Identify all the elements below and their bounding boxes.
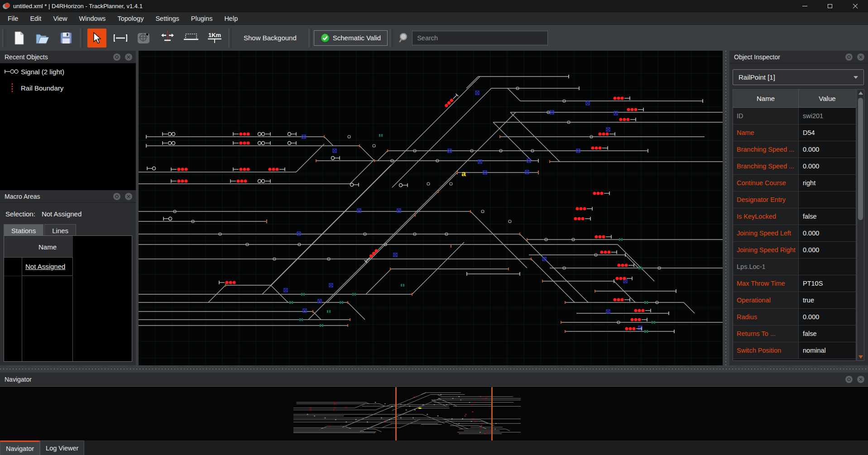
scrollbar-thumb[interactable] bbox=[858, 98, 863, 220]
show-background-button[interactable]: Show Backgound bbox=[234, 34, 307, 42]
property-value[interactable]: PT10S bbox=[799, 275, 856, 292]
open-file-icon bbox=[35, 32, 50, 44]
stations-row-not-assigned[interactable]: Not Assigned bbox=[22, 258, 73, 276]
property-table: Name Value IDswi201NameD54Branching Spee… bbox=[733, 89, 856, 361]
recent-object-item[interactable]: Signal (2 light) bbox=[0, 63, 136, 80]
pin-panel-icon[interactable] bbox=[113, 193, 120, 200]
property-row-max-throw-time[interactable]: Max Throw TimePT10S bbox=[733, 275, 856, 292]
menu-item-windows[interactable]: Windows bbox=[73, 12, 112, 25]
select-tool-button[interactable] bbox=[87, 29, 106, 48]
scroll-down-icon[interactable] bbox=[858, 355, 863, 359]
menu-item-view[interactable]: View bbox=[47, 12, 73, 25]
menu-item-file[interactable]: File bbox=[2, 12, 24, 25]
compass-tool-button[interactable] bbox=[134, 29, 153, 48]
property-value[interactable]: 0.000 bbox=[799, 141, 856, 158]
property-value[interactable] bbox=[799, 192, 856, 208]
menu-item-topology[interactable]: Topology bbox=[111, 12, 149, 25]
property-row-switch-position[interactable]: Switch Positionnominal bbox=[733, 342, 856, 359]
close-button[interactable] bbox=[843, 0, 868, 12]
right-splitter[interactable] bbox=[723, 51, 729, 365]
close-panel-icon[interactable] bbox=[125, 193, 132, 200]
minimap-drawing[interactable] bbox=[293, 388, 521, 439]
bottom-splitter[interactable] bbox=[0, 365, 868, 373]
menu-item-edit[interactable]: Edit bbox=[24, 12, 47, 25]
save-button[interactable] bbox=[57, 29, 76, 48]
property-table-header: Name Value bbox=[733, 90, 856, 108]
toolbar-grip[interactable] bbox=[80, 29, 83, 48]
toolbar-grip[interactable] bbox=[2, 29, 5, 48]
property-value[interactable]: right bbox=[799, 175, 856, 191]
minimize-button[interactable] bbox=[792, 0, 817, 12]
bottom-tab-bar: NavigatorLog Viewer bbox=[0, 441, 868, 455]
scale-tool-button[interactable]: 1Km bbox=[205, 29, 224, 48]
property-row-lps-loc-1[interactable]: Lps.Loc-1 bbox=[733, 259, 856, 275]
close-panel-icon[interactable] bbox=[857, 53, 864, 61]
property-row-branching-speed[interactable]: Branching Speed ...0.000 bbox=[733, 141, 856, 158]
object-inspector-title: Object Inspector bbox=[734, 53, 780, 61]
toolbar-grip[interactable] bbox=[390, 29, 393, 48]
platform-icon bbox=[184, 33, 198, 43]
property-row-name[interactable]: NameD54 bbox=[733, 125, 856, 141]
search-input[interactable] bbox=[412, 31, 548, 45]
new-file-button[interactable] bbox=[10, 29, 29, 48]
property-value[interactable]: 0.000 bbox=[799, 309, 856, 325]
maximize-button[interactable] bbox=[817, 0, 843, 12]
bottom-tab-log-viewer[interactable]: Log Viewer bbox=[40, 441, 84, 455]
property-value[interactable]: true bbox=[799, 292, 856, 308]
track-schematic-canvas[interactable]: a bbox=[139, 51, 723, 365]
toolbar-grip[interactable] bbox=[229, 29, 231, 48]
toolbar-grip[interactable] bbox=[309, 29, 312, 48]
chevron-down-icon bbox=[854, 76, 858, 79]
property-row-joining-speed-left[interactable]: Joining Speed Left0.000 bbox=[733, 225, 856, 242]
close-panel-icon[interactable] bbox=[857, 376, 864, 383]
platform-tool-button[interactable] bbox=[182, 29, 201, 48]
property-value[interactable]: false bbox=[799, 208, 856, 225]
close-panel-icon[interactable] bbox=[125, 53, 132, 61]
split-track-tool-button[interactable] bbox=[158, 29, 177, 48]
property-row-continue-course[interactable]: Continue Courseright bbox=[733, 175, 856, 192]
property-value[interactable]: 0.000 bbox=[799, 158, 856, 174]
property-name: Returns To ... bbox=[733, 326, 799, 342]
pin-panel-icon[interactable] bbox=[113, 53, 120, 61]
inspector-scrollbar[interactable] bbox=[857, 89, 864, 361]
property-row-operational[interactable]: Operationaltrue bbox=[733, 292, 856, 309]
property-value[interactable]: swi201 bbox=[799, 108, 856, 124]
property-value[interactable]: D54 bbox=[799, 125, 856, 141]
left-panel-column: Recent Objects Signal (2 light)Rail Boun… bbox=[0, 51, 136, 365]
scroll-up-icon[interactable] bbox=[858, 91, 863, 95]
menu-item-plugins[interactable]: Plugins bbox=[185, 12, 219, 25]
schematic-valid-button[interactable]: Schematic Valid bbox=[314, 30, 388, 46]
schematic-valid-label: Schematic Valid bbox=[333, 34, 381, 42]
property-row-branching-speed[interactable]: Branching Speed ...0.000 bbox=[733, 158, 856, 175]
pin-panel-icon[interactable] bbox=[845, 53, 853, 61]
menu-item-settings[interactable]: Settings bbox=[149, 12, 185, 25]
property-name: Branching Speed ... bbox=[733, 141, 799, 158]
object-type-value: RailPoint [1] bbox=[739, 73, 775, 81]
pin-panel-icon[interactable] bbox=[845, 376, 853, 383]
property-value[interactable]: 0.000 bbox=[799, 242, 856, 258]
property-row-returns-to[interactable]: Returns To ...false bbox=[733, 326, 856, 342]
property-value[interactable]: nominal bbox=[799, 342, 856, 359]
toolbar: 1Km Show Backgound Schematic Valid bbox=[0, 25, 868, 51]
property-row-joining-speed-right[interactable]: Joining Speed Right0.000 bbox=[733, 242, 856, 259]
recent-object-item[interactable]: Rail Boundary bbox=[0, 80, 136, 96]
property-value[interactable]: false bbox=[799, 326, 856, 342]
object-type-dropdown[interactable]: RailPoint [1] bbox=[733, 69, 864, 85]
property-row-id[interactable]: IDswi201 bbox=[733, 108, 856, 125]
open-file-button[interactable] bbox=[33, 29, 52, 48]
navigator-minimap[interactable] bbox=[0, 386, 868, 441]
menu-item-help[interactable]: Help bbox=[218, 12, 244, 25]
bottom-tab-navigator[interactable]: Navigator bbox=[0, 441, 40, 455]
property-value[interactable] bbox=[799, 259, 856, 275]
minimap-viewport-line[interactable] bbox=[395, 387, 397, 441]
measure-tool-button[interactable] bbox=[111, 29, 130, 48]
property-row-is-keylocked[interactable]: Is KeyLockedfalse bbox=[733, 208, 856, 225]
valid-check-icon bbox=[321, 34, 330, 43]
property-row-radius[interactable]: Radius0.000 bbox=[733, 309, 856, 326]
property-name: Designator Entry bbox=[733, 192, 799, 208]
property-name-header: Name bbox=[733, 90, 799, 107]
minimap-viewport-line[interactable] bbox=[491, 387, 493, 441]
property-value[interactable]: 0.000 bbox=[799, 225, 856, 241]
property-row-designator-entry[interactable]: Designator Entry bbox=[733, 192, 856, 208]
recent-object-label: Signal (2 light) bbox=[21, 68, 64, 76]
